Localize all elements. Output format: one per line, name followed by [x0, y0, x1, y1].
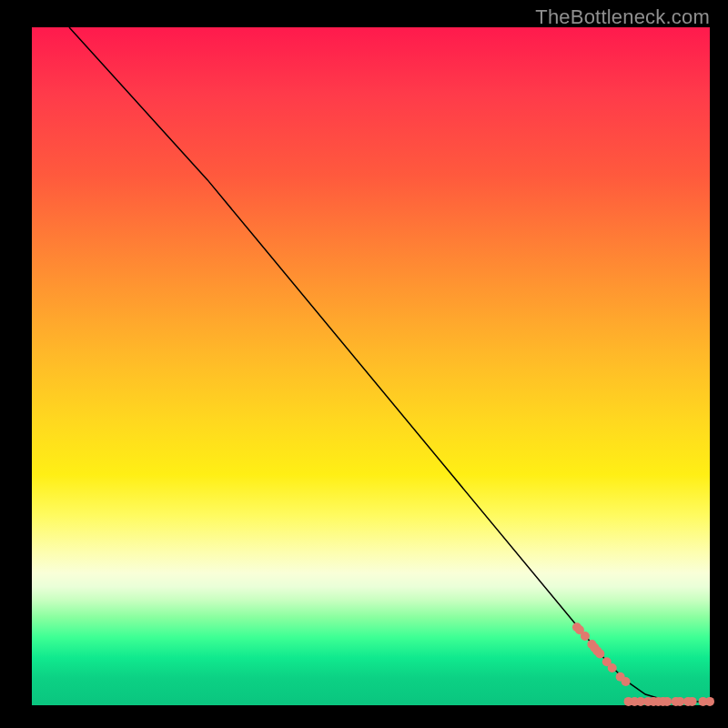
bottleneck-curve: [69, 27, 710, 702]
data-point: [675, 697, 684, 706]
watermark-text: TheBottleneck.com: [535, 5, 710, 29]
data-point: [581, 632, 590, 641]
data-point: [662, 697, 672, 706]
data-point: [688, 697, 697, 706]
data-point: [705, 697, 714, 706]
data-point: [595, 649, 604, 658]
chart-svg: [32, 27, 710, 705]
data-point: [622, 677, 631, 686]
chart-frame: TheBottleneck.com: [0, 0, 728, 728]
data-point: [608, 663, 617, 672]
